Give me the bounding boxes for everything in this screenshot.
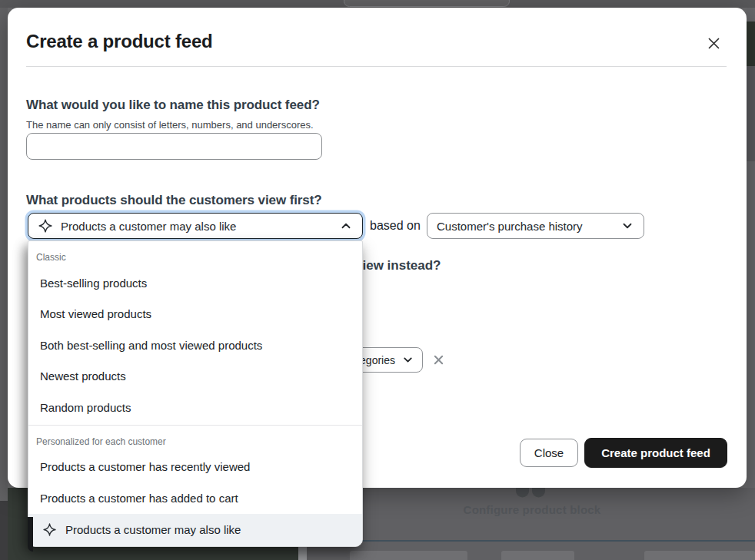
close-icon[interactable]	[698, 28, 729, 58]
dropdown-option-label: Products a customer has added to cart	[40, 492, 238, 505]
background-card	[350, 551, 467, 560]
create-product-feed-button[interactable]: Create product feed	[584, 438, 727, 468]
background-card	[644, 551, 755, 560]
view-instead-heading-fragment: view instead?	[355, 258, 441, 273]
name-question-heading: What would you like to name this product…	[26, 98, 320, 113]
dropdown-group-label: Classic	[28, 241, 362, 267]
background-search-bar	[344, 0, 510, 7]
chevron-up-icon	[339, 219, 353, 233]
configure-product-block-label: Configure product block	[417, 503, 647, 516]
name-helper-text: The name can only consist of letters, nu…	[26, 119, 314, 131]
dropdown-option[interactable]: Best-selling products	[28, 267, 362, 299]
background-card	[501, 551, 574, 560]
header-divider	[26, 66, 727, 67]
close-button[interactable]: Close	[520, 439, 578, 467]
modal-title: Create a product feed	[26, 31, 213, 52]
dropdown-option[interactable]: Products a customer has added to cart	[28, 482, 362, 514]
feed-name-input[interactable]	[26, 133, 322, 160]
background-right-mid-block	[747, 66, 755, 161]
dropdown-group-label: Personalized for each customer	[28, 426, 362, 452]
dropdown-option-label: Newest products	[40, 369, 126, 383]
dropdown-option[interactable]: Products a customer may also like	[28, 514, 362, 546]
dropdown-option[interactable]: Random products	[28, 392, 362, 423]
dropdown-option-label: Random products	[40, 401, 131, 414]
dropdown-option[interactable]: Newest products	[28, 361, 362, 393]
sparkle-icon	[42, 522, 57, 537]
background-left-edge	[0, 8, 8, 560]
chevron-down-icon	[620, 219, 634, 233]
dropdown-option[interactable]: Both best-selling and most viewed produc…	[28, 330, 362, 361]
products-question-heading: What products should the customers view …	[26, 193, 322, 208]
dropdown-panel: ClassicBest-selling productsMost viewed …	[28, 240, 363, 547]
dropdown-option-label: Best-selling products	[40, 277, 147, 290]
combobox-value: Products a customer may also like	[61, 220, 331, 233]
purchase-history-select[interactable]: Customer's purchase history	[427, 213, 644, 239]
dropdown-option-label: Products a customer has recently viewed	[40, 460, 250, 473]
categories-value-fragment: egories	[360, 354, 395, 366]
dropdown-option-label: Both best-selling and most viewed produc…	[40, 339, 262, 352]
remove-x-icon[interactable]	[431, 352, 446, 367]
dropdown-shadow-bar	[28, 517, 33, 552]
dropdown-option[interactable]: Most viewed products	[28, 299, 362, 330]
based-on-label: based on	[370, 219, 421, 233]
background-left-edge-dark	[0, 501, 8, 560]
background-divider-line	[307, 540, 755, 542]
screen: Configure product block Create a product…	[0, 0, 755, 560]
product-type-combobox[interactable]: Products a customer may also like	[28, 213, 363, 239]
sparkle-icon	[38, 218, 53, 234]
dropdown-option-label: Products a customer may also like	[65, 523, 241, 536]
purchase-history-value: Customer's purchase history	[437, 220, 620, 233]
dropdown-option-label: Most viewed products	[40, 307, 151, 320]
chevron-down-icon	[401, 353, 414, 366]
background-right-dark-block	[747, 22, 755, 66]
dropdown-option[interactable]: Products a customer has recently viewed	[28, 452, 362, 483]
